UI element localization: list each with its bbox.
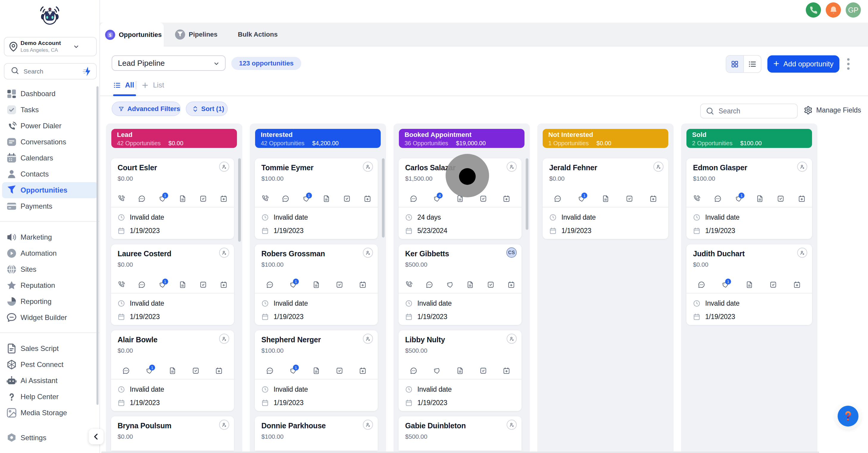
svg-text:$: $	[109, 33, 111, 37]
